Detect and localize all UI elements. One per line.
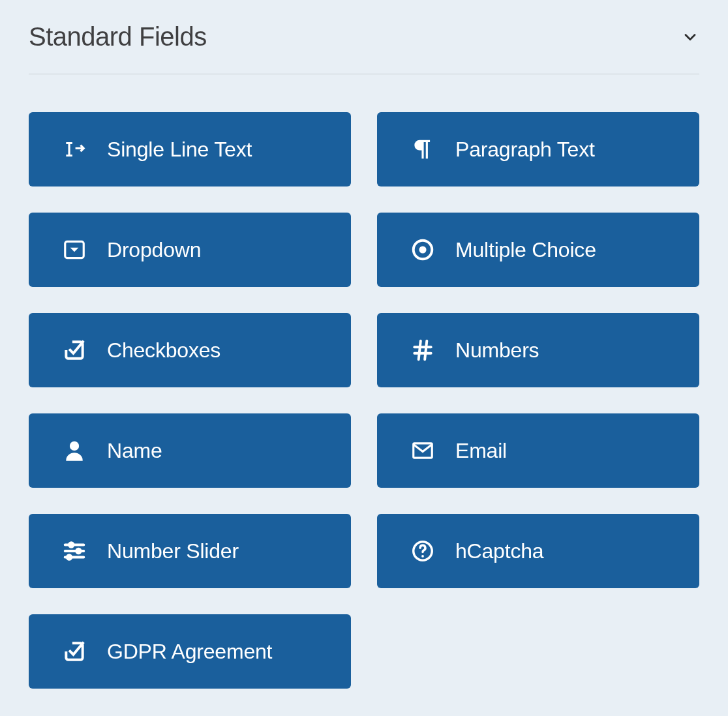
svg-point-14 bbox=[67, 555, 71, 559]
envelope-icon bbox=[410, 438, 436, 464]
field-label: Multiple Choice bbox=[455, 238, 596, 262]
single-line-text-button[interactable]: Single Line Text bbox=[29, 112, 351, 186]
paragraph-icon bbox=[410, 136, 436, 162]
svg-point-12 bbox=[76, 549, 80, 553]
text-cursor-icon bbox=[61, 136, 87, 162]
number-slider-button[interactable]: Number Slider bbox=[29, 514, 351, 588]
svg-point-16 bbox=[421, 555, 424, 558]
field-label: Number Slider bbox=[107, 539, 239, 563]
name-button[interactable]: Name bbox=[29, 413, 351, 488]
field-label: Dropdown bbox=[107, 238, 201, 262]
checkboxes-button[interactable]: Checkboxes bbox=[29, 313, 351, 387]
email-button[interactable]: Email bbox=[377, 413, 699, 488]
svg-point-2 bbox=[419, 246, 426, 253]
numbers-button[interactable]: Numbers bbox=[377, 313, 699, 387]
svg-line-5 bbox=[419, 341, 421, 360]
hcaptcha-button[interactable]: hCaptcha bbox=[377, 514, 699, 588]
field-label: Numbers bbox=[455, 338, 539, 363]
standard-fields-header[interactable]: Standard Fields bbox=[29, 10, 699, 74]
gdpr-agreement-button[interactable]: GDPR Agreement bbox=[29, 614, 351, 689]
field-label: hCaptcha bbox=[455, 539, 543, 563]
hash-icon bbox=[410, 337, 436, 363]
user-icon bbox=[61, 438, 87, 464]
field-label: Checkboxes bbox=[107, 338, 220, 363]
field-label: Email bbox=[455, 439, 507, 463]
dropdown-icon bbox=[61, 237, 87, 263]
paragraph-text-button[interactable]: Paragraph Text bbox=[377, 112, 699, 186]
svg-point-7 bbox=[70, 441, 79, 451]
checkbox-checked-icon bbox=[61, 638, 87, 664]
fields-grid: Single Line Text Paragraph Text Dropdown… bbox=[29, 112, 699, 689]
svg-line-6 bbox=[425, 341, 427, 360]
section-title: Standard Fields bbox=[29, 22, 207, 52]
field-label: Name bbox=[107, 439, 162, 463]
radio-button-icon bbox=[410, 237, 436, 263]
field-label: GDPR Agreement bbox=[107, 640, 272, 664]
multiple-choice-button[interactable]: Multiple Choice bbox=[377, 213, 699, 287]
sliders-icon bbox=[61, 538, 87, 564]
dropdown-button[interactable]: Dropdown bbox=[29, 213, 351, 287]
field-label: Single Line Text bbox=[107, 138, 252, 162]
svg-point-10 bbox=[69, 543, 73, 546]
chevron-down-icon bbox=[681, 28, 699, 46]
field-label: Paragraph Text bbox=[455, 138, 595, 162]
question-circle-icon bbox=[410, 538, 436, 564]
checkbox-checked-icon bbox=[61, 337, 87, 363]
